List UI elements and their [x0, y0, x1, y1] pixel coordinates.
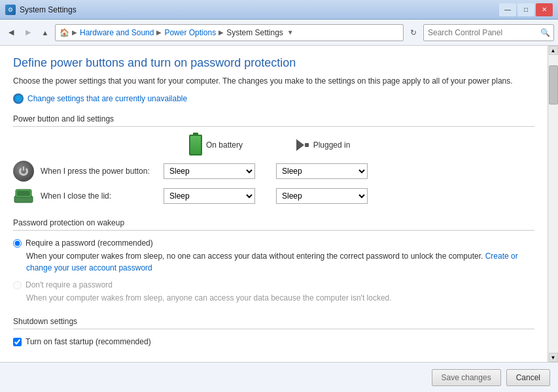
page-title: Define power buttons and turn on passwor… — [13, 56, 534, 70]
breadcrumb: 🏠 ▶ Hardware and Sound ▶ Power Options ▶… — [55, 24, 404, 41]
battery-icon — [189, 135, 202, 155]
lid-row: When I close the lid: Sleep Do nothing H… — [13, 187, 534, 205]
no-password-option: Don't require a password When your compu… — [13, 280, 534, 304]
power-button-row-icon — [13, 161, 34, 182]
plugged-in-label: Plugged in — [313, 140, 351, 150]
main-area: Define power buttons and turn on passwor… — [0, 46, 558, 362]
search-wrapper: 🔍 — [423, 24, 554, 41]
title-bar-controls: — □ ✕ — [499, 3, 553, 16]
no-password-radio[interactable] — [13, 281, 22, 289]
require-password-radio[interactable] — [13, 239, 22, 248]
breadcrumb-home-icon: 🏠 — [60, 28, 69, 37]
cancel-button[interactable]: Cancel — [506, 369, 550, 386]
password-section: Password protection on wakeup Require a … — [13, 218, 534, 304]
title-bar: ⚙ System Settings — □ ✕ — [0, 0, 558, 20]
back-button[interactable]: ◀ — [4, 25, 18, 40]
close-button[interactable]: ✕ — [536, 3, 553, 16]
window-icon: ⚙ — [5, 5, 16, 15]
bottom-bar: Save changes Cancel — [0, 362, 558, 392]
change-settings-label: Change settings that are currently unava… — [27, 94, 187, 103]
page-description: Choose the power settings that you want … — [13, 75, 534, 87]
plugged-in-icon — [291, 138, 309, 152]
lid-plugged-dropdown-cell: Sleep Do nothing Hibernate Shut down Tur… — [276, 188, 381, 204]
scrollbar-thumb[interactable] — [549, 65, 558, 105]
content-area: Define power buttons and turn on passwor… — [0, 46, 548, 362]
require-password-desc: When your computer wakes from sleep, no … — [26, 250, 534, 274]
lid-battery-dropdown-cell: Sleep Do nothing Hibernate Shut down Tur… — [164, 188, 268, 204]
require-password-label[interactable]: Require a password (recommended) — [13, 238, 534, 248]
window-title: System Settings — [20, 5, 77, 14]
breadcrumb-current: System Settings — [226, 28, 283, 37]
forward-button[interactable]: ▶ — [21, 25, 35, 40]
lid-row-icon — [13, 187, 34, 205]
power-battery-dropdown-cell: Sleep Do nothing Hibernate Shut down Tur… — [164, 163, 268, 179]
scrollbar: ▲ ▼ — [548, 46, 558, 362]
power-plugged-dropdown-cell: Sleep Do nothing Hibernate Shut down Tur… — [276, 163, 381, 179]
password-section-header: Password protection on wakeup — [13, 218, 534, 231]
lid-plugged-select[interactable]: Sleep Do nothing Hibernate Shut down Tur… — [276, 188, 368, 204]
shutdown-section: Shutdown settings Turn on fast startup (… — [13, 317, 534, 346]
svg-marker-0 — [296, 139, 304, 151]
lid-battery-select[interactable]: Sleep Do nothing Hibernate Shut down Tur… — [164, 188, 255, 204]
settings-globe-icon: 🌐 — [13, 93, 24, 104]
power-battery-select[interactable]: Sleep Do nothing Hibernate Shut down Tur… — [164, 163, 255, 179]
svg-rect-1 — [305, 143, 309, 147]
no-password-label[interactable]: Don't require a password — [13, 280, 534, 289]
require-password-text: Require a password (recommended) — [26, 238, 153, 248]
fast-startup-checkbox[interactable] — [13, 338, 22, 346]
minimize-button[interactable]: — — [499, 3, 516, 16]
fast-startup-row: Turn on fast startup (recommended) — [13, 337, 534, 346]
no-password-desc: When your computer wakes from sleep, any… — [26, 292, 534, 304]
address-bar: ◀ ▶ ▲ 🏠 ▶ Hardware and Sound ▶ Power Opt… — [0, 20, 558, 46]
lid-row-label: When I close the lid: — [41, 191, 111, 201]
up-button[interactable]: ▲ — [38, 25, 52, 40]
maximize-button[interactable]: □ — [517, 3, 534, 16]
change-settings-link[interactable]: 🌐 Change settings that are currently una… — [13, 93, 534, 104]
column-headers: On battery Plugged in — [13, 135, 534, 155]
plugged-in-header: Plugged in — [268, 138, 373, 152]
on-battery-label: On battery — [206, 140, 243, 150]
scrollbar-down[interactable]: ▼ — [549, 353, 558, 362]
require-password-option: Require a password (recommended) When yo… — [13, 238, 534, 274]
breadcrumb-hardware-sound[interactable]: Hardware and Sound — [80, 28, 154, 37]
search-input[interactable] — [423, 24, 554, 41]
create-change-password-link[interactable]: Create or change your user account passw… — [26, 252, 518, 272]
shutdown-section-header: Shutdown settings — [13, 317, 534, 329]
power-button-section-header: Power button and lid settings — [13, 114, 534, 127]
breadcrumb-power-options[interactable]: Power Options — [164, 28, 216, 37]
save-changes-button[interactable]: Save changes — [432, 369, 501, 386]
scrollbar-up[interactable]: ▲ — [549, 46, 558, 55]
svg-rect-4 — [17, 191, 30, 196]
fast-startup-label: Turn on fast startup (recommended) — [26, 337, 151, 346]
on-battery-header: On battery — [164, 135, 268, 155]
refresh-button[interactable]: ↻ — [406, 25, 421, 40]
title-bar-left: ⚙ System Settings — [5, 5, 77, 15]
power-button-row: When I press the power button: Sleep Do … — [13, 161, 534, 182]
no-password-text: Don't require a password — [26, 280, 113, 289]
power-button-table: On battery Plugged in — [13, 135, 534, 205]
power-plugged-select[interactable]: Sleep Do nothing Hibernate Shut down Tur… — [276, 163, 368, 179]
power-button-row-label: When I press the power button: — [41, 167, 150, 176]
